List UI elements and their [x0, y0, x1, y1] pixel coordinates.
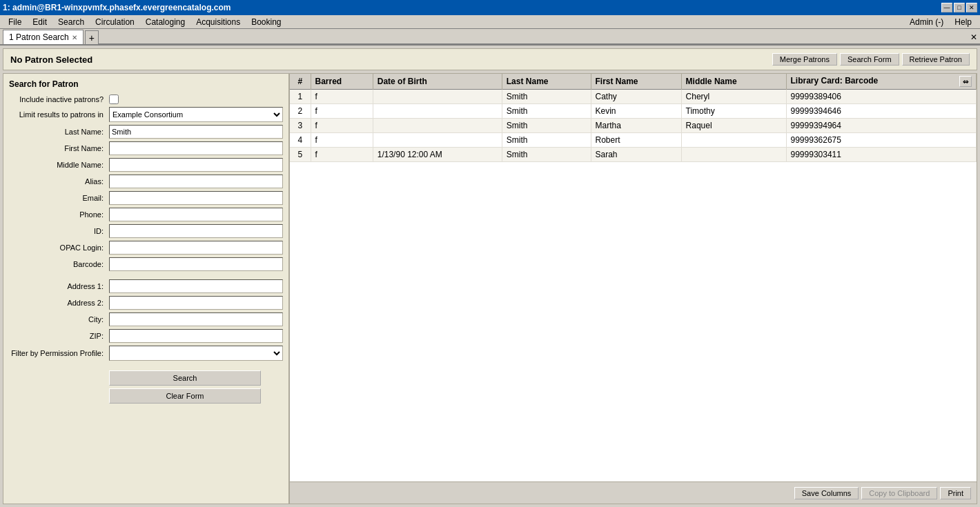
- search-panel-title: Search for Patron: [9, 79, 283, 89]
- cell-dob: [373, 90, 502, 104]
- title-bar-text: 1: admin@BR1-winxpvmfx.phasefx.evergreen…: [3, 3, 231, 12]
- zip-input[interactable]: [109, 329, 283, 343]
- cell-dob: [373, 133, 502, 148]
- close-button[interactable]: ✕: [966, 3, 977, 12]
- col-header-dob[interactable]: Date of Birth: [373, 74, 502, 90]
- col-header-lastname[interactable]: Last Name: [502, 74, 591, 90]
- cell-num: 2: [290, 104, 311, 119]
- copy-to-clipboard-button[interactable]: Copy to Clipboard: [861, 487, 937, 499]
- cell-middlename: [681, 133, 786, 148]
- id-row: ID:: [9, 224, 283, 238]
- address1-label: Address 1:: [9, 282, 109, 290]
- last-name-input[interactable]: [109, 125, 283, 139]
- results-table: # Barred Date of Birth Last Name First N…: [290, 74, 977, 162]
- table-row[interactable]: 2 f Smith Kevin Timothy 99999394646: [290, 104, 977, 119]
- email-input[interactable]: [109, 191, 283, 205]
- menu-acquisitions[interactable]: Acquisitions: [190, 16, 246, 28]
- cell-lastname: Smith: [502, 148, 591, 162]
- col-header-num[interactable]: #: [290, 74, 311, 90]
- address1-input[interactable]: [109, 279, 283, 293]
- col-header-middlename[interactable]: Middle Name: [681, 74, 786, 90]
- search-button[interactable]: Search: [109, 370, 261, 386]
- id-input[interactable]: [109, 224, 283, 238]
- maximize-button[interactable]: □: [954, 3, 965, 12]
- cell-librarycard: 99999394646: [786, 104, 976, 119]
- print-button[interactable]: Print: [940, 487, 971, 499]
- cell-librarycard: 99999303411: [786, 148, 976, 162]
- phone-row: Phone:: [9, 208, 283, 221]
- middle-name-row: Middle Name:: [9, 158, 283, 172]
- address2-label: Address 2:: [9, 299, 109, 307]
- table-row[interactable]: 5 f 1/13/90 12:00 AM Smith Sarah 9999930…: [290, 148, 977, 162]
- filter-permission-select[interactable]: [109, 346, 283, 361]
- retrieve-patron-button[interactable]: Retrieve Patron: [902, 53, 970, 66]
- window-body: No Patron Selected Merge Patrons Search …: [0, 46, 980, 507]
- cell-firstname: Robert: [591, 133, 681, 148]
- id-label: ID:: [9, 227, 109, 235]
- alias-input[interactable]: [109, 175, 283, 188]
- cell-middlename: Timothy: [681, 104, 786, 119]
- cell-barred: f: [311, 119, 373, 133]
- middle-name-input[interactable]: [109, 158, 283, 172]
- clear-form-button[interactable]: Clear Form: [109, 388, 261, 404]
- menu-booking[interactable]: Booking: [246, 16, 286, 28]
- table-row[interactable]: 1 f Smith Cathy Cheryl 99999389406: [290, 90, 977, 104]
- cell-dob: [373, 119, 502, 133]
- limit-results-label: Limit results to patrons in: [9, 110, 109, 119]
- opac-login-input[interactable]: [109, 241, 283, 255]
- first-name-row: First Name:: [9, 141, 283, 155]
- barcode-row: Barcode:: [9, 257, 283, 271]
- menu-file[interactable]: File: [3, 16, 27, 28]
- search-form-button[interactable]: Search Form: [840, 53, 899, 66]
- include-inactive-row: Include inactive patrons?: [9, 95, 283, 104]
- table-row[interactable]: 3 f Smith Martha Raquel 99999394964: [290, 119, 977, 133]
- email-row: Email:: [9, 191, 283, 205]
- table-row[interactable]: 4 f Smith Robert 99999362675: [290, 133, 977, 148]
- barcode-input[interactable]: [109, 257, 283, 271]
- tab-label: 1 Patron Search: [9, 32, 69, 42]
- first-name-input[interactable]: [109, 141, 283, 155]
- menu-edit[interactable]: Edit: [27, 16, 52, 28]
- email-label: Email:: [9, 194, 109, 202]
- save-columns-button[interactable]: Save Columns: [794, 487, 859, 499]
- include-inactive-checkbox[interactable]: [109, 95, 119, 104]
- cell-middlename: [681, 148, 786, 162]
- first-name-label: First Name:: [9, 144, 109, 152]
- city-input[interactable]: [109, 312, 283, 326]
- col-resize-icon[interactable]: ⇔: [959, 76, 972, 87]
- address1-row: Address 1:: [9, 279, 283, 293]
- cell-barred: f: [311, 90, 373, 104]
- city-label: City:: [9, 315, 109, 324]
- cell-firstname: Sarah: [591, 148, 681, 162]
- last-name-row: Last Name:: [9, 125, 283, 139]
- merge-patrons-button[interactable]: Merge Patrons: [772, 53, 837, 66]
- cell-firstname: Cathy: [591, 90, 681, 104]
- middle-name-label: Middle Name:: [9, 161, 109, 169]
- city-row: City:: [9, 312, 283, 326]
- phone-input[interactable]: [109, 208, 283, 221]
- add-tab-button[interactable]: +: [85, 30, 99, 44]
- cell-dob: [373, 104, 502, 119]
- cell-librarycard: 99999389406: [786, 90, 976, 104]
- col-header-firstname[interactable]: First Name: [591, 74, 681, 90]
- alias-row: Alias:: [9, 175, 283, 188]
- tab-close-icon[interactable]: ✕: [72, 34, 77, 41]
- col-header-librarycard[interactable]: Library Card: Barcode ⇔: [786, 74, 976, 90]
- menu-admin[interactable]: Admin (-): [904, 16, 949, 28]
- address2-row: Address 2:: [9, 296, 283, 310]
- menu-bar: File Edit Search Circulation Cataloging …: [0, 15, 980, 29]
- minimize-button[interactable]: —: [941, 3, 952, 12]
- close-window-icon[interactable]: ✕: [968, 31, 980, 44]
- zip-label: ZIP:: [9, 332, 109, 340]
- address2-input[interactable]: [109, 296, 283, 310]
- limit-results-select[interactable]: Example Consortium: [109, 107, 283, 122]
- search-panel: Search for Patron Include inactive patro…: [3, 74, 290, 504]
- cell-middlename: Raquel: [681, 119, 786, 133]
- col-header-barred[interactable]: Barred: [311, 74, 373, 90]
- filter-permission-row: Filter by Permission Profile:: [9, 346, 283, 361]
- menu-search[interactable]: Search: [52, 16, 90, 28]
- menu-cataloging[interactable]: Cataloging: [140, 16, 190, 28]
- tab-patron-search[interactable]: 1 Patron Search ✕: [3, 30, 84, 44]
- menu-circulation[interactable]: Circulation: [90, 16, 140, 28]
- menu-help[interactable]: Help: [949, 16, 977, 28]
